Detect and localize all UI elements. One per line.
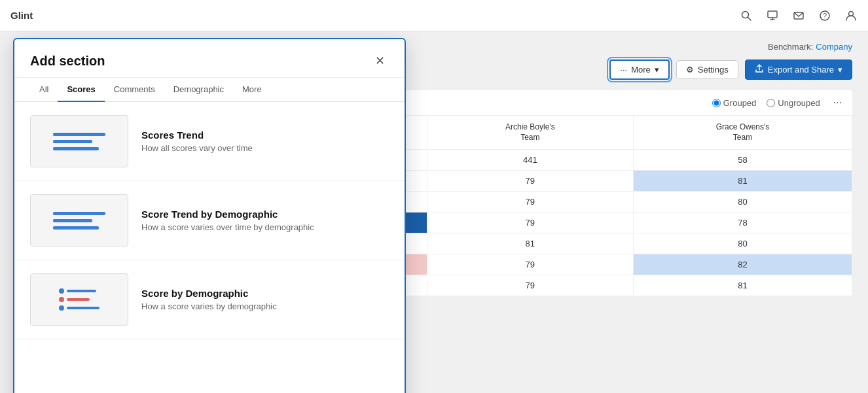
score-trend-demographic-desc: How a score varies over time by demograp… <box>141 222 389 232</box>
score-by-demographic-desc: How a score varies by demographic <box>141 301 389 311</box>
thumb-mini-line-blue2 <box>67 307 99 309</box>
thumb-line <box>53 226 99 230</box>
score-by-demographic-title: Score by Demographic <box>141 288 389 299</box>
tab-demographic[interactable]: Demographic <box>164 78 233 102</box>
thumb-mini-line-red <box>67 298 90 301</box>
thumb-line <box>53 147 99 150</box>
top-bar-icons: ? <box>740 9 858 22</box>
svg-text:?: ? <box>823 12 827 20</box>
app-logo: Glint <box>10 10 33 21</box>
top-bar: Glint ? <box>0 0 868 31</box>
help-icon[interactable]: ? <box>818 9 831 22</box>
score-by-demographic-thumbnail <box>30 273 128 326</box>
score-by-demographic-card[interactable]: Score by Demographic How a score varies … <box>14 260 405 339</box>
thumb-line <box>53 212 105 215</box>
tab-all[interactable]: All <box>30 78 58 102</box>
thumb-line <box>53 133 105 136</box>
mail-icon[interactable] <box>792 9 805 22</box>
tab-comments[interactable]: Comments <box>105 78 164 102</box>
scores-trend-title: Scores Trend <box>141 129 389 141</box>
modal-overlay: Add section ✕ All Scores Comments Demogr… <box>0 31 868 393</box>
svg-line-1 <box>748 17 751 20</box>
modal-title: Add section <box>30 54 105 69</box>
close-button[interactable]: ✕ <box>371 52 389 69</box>
modal-tabs: All Scores Comments Demographic More <box>14 78 405 102</box>
search-icon[interactable] <box>740 9 753 22</box>
thumb-mini-line-blue <box>67 290 96 292</box>
tab-more[interactable]: More <box>233 78 271 102</box>
score-by-demographic-info: Score by Demographic How a score varies … <box>141 288 389 311</box>
score-trend-demographic-thumbnail <box>30 194 128 247</box>
monitor-icon[interactable] <box>766 9 779 22</box>
main-area: Benchmark: Company ··· More ▾ ⚙ Settings… <box>0 31 868 393</box>
thumb-dot-blue2 <box>59 305 64 311</box>
scores-trend-card[interactable]: Scores Trend How all scores vary over ti… <box>14 102 405 181</box>
user-icon[interactable] <box>844 9 858 22</box>
modal-header: Add section ✕ <box>14 39 405 78</box>
score-trend-demographic-title: Score Trend by Demographic <box>141 209 389 220</box>
thumb-dot-red <box>59 297 64 302</box>
scores-trend-thumbnail <box>30 115 128 167</box>
score-trend-demographic-info: Score Trend by Demographic How a score v… <box>141 209 389 232</box>
add-section-modal: Add section ✕ All Scores Comments Demogr… <box>13 38 406 393</box>
thumb-line <box>53 140 92 143</box>
score-trend-demographic-card[interactable]: Score Trend by Demographic How a score v… <box>14 181 405 260</box>
thumb-dot-blue <box>59 288 64 294</box>
modal-content: Scores Trend How all scores vary over ti… <box>14 102 405 393</box>
svg-rect-2 <box>768 11 777 18</box>
scores-trend-desc: How all scores vary over time <box>141 143 389 153</box>
tab-scores[interactable]: Scores <box>58 78 104 102</box>
scores-trend-info: Scores Trend How all scores vary over ti… <box>141 129 389 153</box>
thumb-line <box>53 219 92 222</box>
